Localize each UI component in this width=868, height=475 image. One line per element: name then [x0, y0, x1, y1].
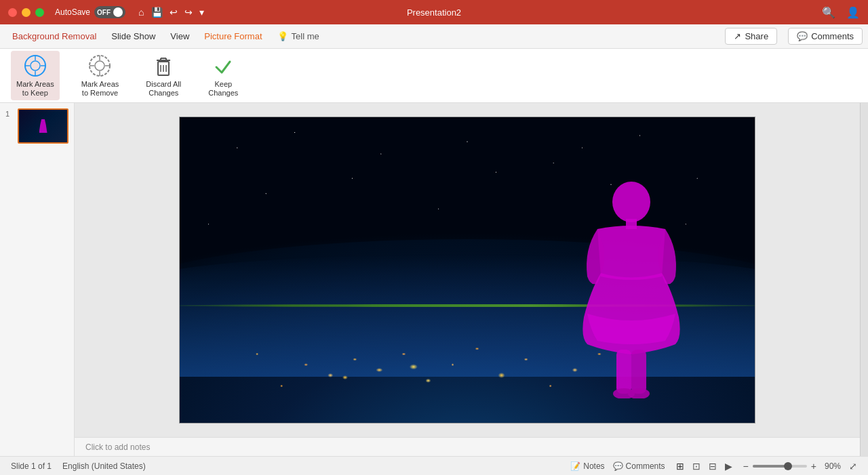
- share-icon: ↗: [734, 31, 741, 41]
- svg-point-20: [612, 182, 650, 222]
- slide-item[interactable]: 1: [5, 108, 68, 144]
- notes-bar[interactable]: Click to add notes: [75, 437, 860, 456]
- language-info: English (United States): [62, 461, 146, 471]
- slide-thumbnail[interactable]: [18, 108, 68, 144]
- zoom-slider: − +: [743, 461, 816, 472]
- zoom-in-icon[interactable]: +: [811, 461, 816, 472]
- comments-icon: 💬: [797, 31, 808, 41]
- mark-areas-to-remove-button[interactable]: Mark Areas to Remove: [76, 51, 125, 100]
- undo-icon[interactable]: ↩: [170, 7, 178, 18]
- minimize-button[interactable]: [22, 8, 31, 17]
- keep-icon: [211, 54, 235, 78]
- autosave-label: AutoSave: [55, 7, 90, 17]
- save-icon[interactable]: 💾: [151, 7, 163, 18]
- close-button[interactable]: [8, 8, 17, 17]
- slide-thumb-figure: [39, 119, 47, 133]
- mark-areas-to-keep-button[interactable]: Mark Areas to Keep: [11, 51, 60, 100]
- slide-thumb-inner: [19, 110, 67, 142]
- autosave-area: AutoSave OFF: [55, 6, 125, 18]
- svg-rect-22: [616, 350, 631, 394]
- toggle-knob: [113, 7, 123, 17]
- redo-icon[interactable]: ↪: [184, 7, 193, 18]
- canvas-area: [75, 103, 860, 437]
- zoom-fill: [753, 465, 785, 468]
- discard-icon: [151, 54, 176, 78]
- comments-status-icon: 💬: [613, 461, 623, 471]
- normal-view-icon[interactable]: ⊞: [673, 459, 687, 473]
- grid-view-icon[interactable]: ⊡: [690, 459, 703, 473]
- svg-rect-23: [631, 350, 646, 394]
- fit-to-window-icon[interactable]: ⤢: [849, 461, 857, 472]
- share-button[interactable]: ↗ Share: [725, 28, 777, 45]
- mark-keep-label: Mark Areas to Keep: [16, 80, 54, 98]
- notes-status-button[interactable]: 📝 Notes: [570, 461, 604, 471]
- slideshow-view-icon[interactable]: ▶: [722, 459, 735, 473]
- zoom-track[interactable]: [753, 465, 807, 468]
- svg-point-7: [95, 61, 104, 70]
- lightbulb-icon: 💡: [277, 31, 288, 41]
- menu-view[interactable]: View: [163, 28, 196, 45]
- menu-bar: Background Removal Slide Show View Pictu…: [0, 24, 868, 49]
- comments-status-button[interactable]: 💬 Comments: [613, 461, 665, 471]
- view-icons: ⊞ ⊡ ⊟ ▶: [673, 459, 735, 473]
- zoom-out-icon[interactable]: −: [743, 461, 749, 472]
- reading-view-icon[interactable]: ⊟: [706, 459, 719, 473]
- right-scrollbar[interactable]: [860, 103, 868, 456]
- title-bar: AutoSave OFF ⌂ 💾 ↩ ↪ ▾ Presentation2 🔍 👤: [0, 0, 868, 24]
- notes-status-icon: 📝: [570, 461, 580, 471]
- status-bar: Slide 1 of 1 English (United States) 📝 N…: [0, 456, 868, 475]
- window-title: Presentation2: [407, 7, 461, 18]
- more-icon[interactable]: ▾: [199, 7, 204, 18]
- menu-slide-show[interactable]: Slide Show: [104, 28, 162, 45]
- toolbar-nav: ⌂ 💾 ↩ ↪ ▾: [131, 5, 211, 19]
- autosave-toggle[interactable]: OFF: [94, 6, 125, 18]
- toggle-state-label: OFF: [97, 9, 111, 16]
- discard-changes-button[interactable]: Discard All Changes: [140, 51, 186, 100]
- slides-panel: 1: [0, 103, 75, 456]
- menu-picture-format[interactable]: Picture Format: [197, 28, 269, 45]
- comments-button[interactable]: 💬 Comments: [788, 28, 863, 45]
- menu-background-removal[interactable]: Background Removal: [5, 28, 103, 45]
- slide-number: 1: [5, 108, 14, 118]
- zoom-thumb: [784, 462, 792, 470]
- window-controls: [8, 8, 44, 17]
- title-bar-actions: 🔍 👤: [822, 6, 860, 19]
- discard-label: Discard All Changes: [146, 80, 181, 98]
- mark-remove-label: Mark Areas to Remove: [81, 80, 119, 98]
- search-icon[interactable]: 🔍: [822, 6, 835, 19]
- slide-info: Slide 1 of 1: [11, 461, 52, 471]
- mark-keep-icon: [23, 54, 47, 78]
- keep-label: Keep Changes: [208, 80, 238, 98]
- main-content: 1: [0, 103, 868, 456]
- status-right: 📝 Notes 💬 Comments ⊞ ⊡ ⊟ ▶ − + 90% ⤢: [570, 459, 857, 473]
- menu-tell-me[interactable]: 💡 Tell me: [271, 28, 326, 44]
- menu-share-area: ↗ Share 💬 Comments: [725, 28, 863, 45]
- slide-canvas[interactable]: [179, 117, 755, 424]
- svg-point-1: [31, 61, 40, 70]
- keep-changes-button[interactable]: Keep Changes: [203, 51, 243, 100]
- zoom-percent: 90%: [825, 461, 841, 471]
- mark-remove-icon: [87, 54, 112, 78]
- canvas-column: Click to add notes: [75, 103, 860, 456]
- account-icon[interactable]: 👤: [846, 6, 860, 19]
- home-icon[interactable]: ⌂: [138, 7, 144, 18]
- ribbon: Mark Areas to Keep Mark Areas to Remove: [0, 49, 868, 103]
- maximize-button[interactable]: [35, 8, 44, 17]
- notes-placeholder: Click to add notes: [85, 442, 150, 452]
- figure-silhouette: [577, 182, 686, 398]
